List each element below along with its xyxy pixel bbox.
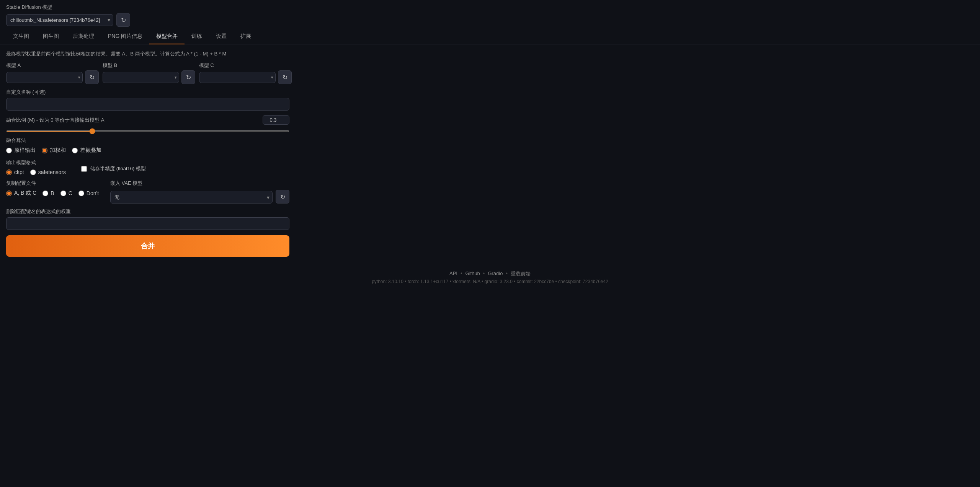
copy-config-dont-option[interactable]: Don't	[78, 190, 99, 196]
model-b-label: 模型 B	[103, 62, 195, 69]
config-vae-row: 复制配置文件 A, B 或 C B C	[6, 180, 289, 204]
ratio-label: 融合比例 (M) - 设为 0 等价于直接输出模型 A	[6, 117, 104, 124]
vae-refresh-btn[interactable]: ↻	[276, 190, 289, 204]
output-ckpt-radio[interactable]	[6, 169, 12, 175]
stable-diffusion-label: Stable Diffusion 模型	[6, 4, 130, 11]
delete-keys-input[interactable]	[6, 217, 289, 230]
half-precision-checkbox[interactable]	[81, 166, 87, 172]
output-format-group: 输出模型格式 ckpt safetensors	[6, 159, 66, 175]
main-model-refresh-btn[interactable]: ↻	[116, 13, 130, 27]
footer-links: API • Github • Gradio • 重载前端	[0, 270, 980, 277]
tab-settings[interactable]: 设置	[209, 29, 234, 44]
vae-row: 无 ↻	[110, 190, 289, 204]
copy-config-abc-radio[interactable]	[6, 191, 12, 196]
footer-link-Github[interactable]: Github	[466, 270, 480, 277]
algorithm-radio-input-jiaquanhe[interactable]	[42, 148, 47, 153]
model-a-label: 模型 A	[6, 62, 99, 69]
tab-postprocess[interactable]: 后期处理	[66, 29, 101, 44]
copy-config-b-label: B	[51, 190, 54, 196]
algorithm-radio-chadie[interactable]: 差额叠加	[72, 147, 101, 154]
output-format-radio-group: ckpt safetensors	[6, 169, 66, 175]
algorithm-section: 融合算法 原样输出 加权和 差额叠加	[6, 137, 312, 154]
copy-config-abc-label: A, B 或 C	[14, 190, 36, 197]
algorithm-radio-input-yuanyang[interactable]	[6, 148, 12, 153]
output-ckpt-label: ckpt	[14, 169, 24, 175]
vae-select[interactable]: 无	[110, 191, 273, 204]
algorithm-radio-label-yuanyang: 原样输出	[14, 147, 36, 154]
merge-info-text: 最终模型权重是前两个模型按比例相加的结果。需要 A、B 两个模型。计算公式为 A…	[6, 51, 226, 57]
algorithm-label: 融合算法	[6, 137, 312, 144]
delete-keys-section: 删除匹配键名的表达式的权重	[6, 208, 289, 230]
ratio-slider[interactable]	[6, 130, 289, 132]
model-c-refresh-btn[interactable]: ↻	[278, 70, 292, 84]
custom-name-section: 自定义名称 (可选)	[6, 89, 312, 111]
output-format-label: 输出模型格式	[6, 159, 66, 166]
model-c-group: 模型 C ↻	[199, 62, 292, 84]
merge-button[interactable]: 合并	[6, 235, 289, 257]
footer-link-重载前端[interactable]: 重载前端	[511, 270, 531, 277]
copy-config-radio-group: A, B 或 C B C Don't	[6, 190, 99, 197]
copy-config-c-radio[interactable]	[60, 191, 66, 196]
copy-config-b-option[interactable]: B	[42, 190, 54, 196]
model-b-refresh-btn[interactable]: ↻	[181, 70, 195, 84]
top-bar: Stable Diffusion 模型 chilloutmix_Ni.safet…	[0, 0, 980, 29]
output-safetensors-option[interactable]: safetensors	[30, 169, 66, 175]
copy-config-b-radio[interactable]	[42, 191, 48, 196]
output-safetensors-radio[interactable]	[30, 169, 36, 175]
tab-merge[interactable]: 模型合并	[149, 29, 185, 44]
model-b-select[interactable]	[103, 72, 179, 83]
model-a-group: 模型 A ↻	[6, 62, 99, 84]
algorithm-radio-group: 原样输出 加权和 差额叠加	[6, 147, 312, 154]
delete-keys-label: 删除匹配键名的表达式的权重	[6, 208, 289, 215]
footer-link-API[interactable]: API	[449, 270, 457, 277]
vae-section: 嵌入 VAE 模型 无 ↻	[110, 180, 289, 204]
footer-dot: •	[483, 270, 485, 277]
custom-name-label: 自定义名称 (可选)	[6, 89, 312, 96]
copy-config-dont-label: Don't	[87, 190, 99, 196]
footer-link-Gradio[interactable]: Gradio	[488, 270, 503, 277]
copy-config-label: 复制配置文件	[6, 180, 99, 187]
copy-config-dont-radio[interactable]	[78, 191, 84, 196]
model-c-select[interactable]	[199, 72, 276, 83]
vae-label: 嵌入 VAE 模型	[110, 180, 289, 187]
copy-config-c-option[interactable]: C	[60, 190, 72, 196]
tab-train[interactable]: 训练	[185, 29, 209, 44]
model-a-select[interactable]	[6, 72, 83, 83]
algorithm-radio-label-chadie: 差额叠加	[80, 147, 101, 154]
tab-pnginfo[interactable]: PNG 图片信息	[101, 29, 149, 44]
tab-img2img[interactable]: 图生图	[36, 29, 66, 44]
main-model-select[interactable]: chilloutmix_Ni.safetensors [7234b76e42]	[6, 14, 113, 26]
copy-config-c-label: C	[69, 190, 72, 196]
ratio-value-input[interactable]	[263, 115, 289, 125]
tab-bar: 文生图图生图后期处理PNG 图片信息模型合并训练设置扩展	[0, 29, 980, 44]
copy-config-abc-option[interactable]: A, B 或 C	[6, 190, 36, 197]
model-b-group: 模型 B ↻	[103, 62, 195, 84]
custom-name-input[interactable]	[6, 98, 289, 111]
model-a-refresh-btn[interactable]: ↻	[85, 70, 99, 84]
model-selects-row: 模型 A ↻ 模型 B	[6, 62, 312, 84]
output-safetensors-label: safetensors	[38, 169, 66, 175]
algorithm-radio-label-jiaquanhe: 加权和	[50, 147, 66, 154]
algorithm-radio-yuanyang[interactable]: 原样输出	[6, 147, 36, 154]
half-precision-label: 储存半精度 (float16) 模型	[90, 165, 146, 172]
tab-extensions[interactable]: 扩展	[234, 29, 258, 44]
footer-dot: •	[461, 270, 462, 277]
ratio-section: 融合比例 (M) - 设为 0 等价于直接输出模型 A	[6, 115, 312, 133]
footer-dot: •	[506, 270, 508, 277]
footer-meta: python: 3.10.10 • torch: 1.13.1+cu117 • …	[0, 279, 980, 284]
algorithm-radio-jiaquanhe[interactable]: 加权和	[42, 147, 66, 154]
algorithm-radio-input-chadie[interactable]	[72, 148, 78, 153]
model-c-label: 模型 C	[199, 62, 292, 69]
tab-txt2img[interactable]: 文生图	[6, 29, 36, 44]
footer: API • Github • Gradio • 重载前端 python: 3.1…	[0, 264, 980, 288]
half-precision-option[interactable]: 储存半精度 (float16) 模型	[81, 165, 146, 172]
output-format-section: 输出模型格式 ckpt safetensors 储存半精度 (float16) …	[6, 159, 312, 175]
copy-config-section: 复制配置文件 A, B 或 C B C	[6, 180, 99, 197]
output-ckpt-option[interactable]: ckpt	[6, 169, 24, 175]
